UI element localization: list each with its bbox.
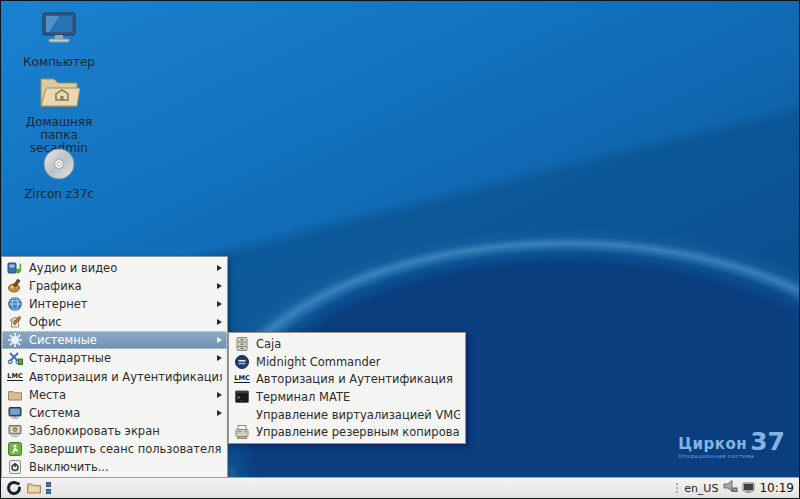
menu-item[interactable]: Графика [2,277,227,295]
lock-screen-icon [7,423,23,439]
menu-item-label: Системные [29,333,97,347]
submenu-arrow-icon [217,319,222,325]
backup-icon [234,424,250,440]
menu-item-label: Аудио и видео [29,261,117,275]
menu-item[interactable]: Выключить... [2,458,227,476]
menu-item-label: Caja [256,337,281,351]
menu-item-label: Авторизация и Аутентификация [29,370,222,384]
mc-icon [234,354,250,370]
shutdown-icon [7,459,23,475]
menu-item[interactable]: Стандартные [2,349,227,367]
icon-spacer [234,407,250,423]
menu-item[interactable]: Аудио и видео [2,259,227,277]
submenu-arrow-icon [217,410,222,416]
menu-item-label: Midnight Commander [256,355,381,369]
menu-item[interactable]: >_Терминал MATE [229,388,465,406]
desktop-root: КомпьютерДомашняя папка secadminZircon z… [0,0,800,499]
desktop-icon-cdrom[interactable]: Zircon z37c [13,147,105,201]
menu-item[interactable]: Управление резервным копированием Bpcgui [229,423,465,441]
menu-item[interactable]: Midnight Commander [229,353,465,371]
system-tools-icon [7,332,23,348]
volume-speaker-icon[interactable] [722,478,738,498]
menu-item[interactable]: LMCАвторизация и Аутентификация [229,370,465,388]
submenu-arrow-icon [217,301,222,307]
system-icon [7,405,23,421]
menu-item-label: Места [29,388,66,402]
submenu-arrow-icon [217,337,222,343]
home-folder-icon [38,73,80,113]
desktop-icon-home-folder[interactable]: Домашняя папка secadmin [13,73,105,155]
accessories-icon [7,350,23,366]
zircon-watermark: Циркон 37 Операционная система [678,432,785,459]
menu-item-label: Авторизация и Аутентификация [256,372,453,386]
clock[interactable]: 10:19 [759,481,796,495]
workspace-dots-icon[interactable] [46,482,51,494]
menu-item-label: Интернет [29,297,88,311]
desktop-icon-computer[interactable]: Компьютер [13,11,105,69]
submenu-arrow-icon [217,355,222,361]
terminal-icon: >_ [234,389,250,405]
menu-item-label: Заблокировать экран [29,424,160,438]
menu-item[interactable]: Системные [2,331,227,349]
menu-item-label: Система [29,406,80,420]
main-menu-button[interactable] [4,479,24,498]
submenu-arrow-icon [217,283,222,289]
watermark-number: 37 [750,432,785,452]
menu-item-label: Управление резервным копированием Bpcgui [256,425,460,439]
cdrom-icon [42,147,76,185]
menu-item-label: Терминал MATE [256,390,350,404]
logout-icon [7,441,23,457]
places-icon [7,387,23,403]
caja-icon [234,336,250,352]
menu-item[interactable]: Завершить сеанс пользователя secadmin... [2,440,227,458]
menu-item-label: Стандартные [29,351,111,365]
system-tools-submenu: CajaMidnight CommanderLMCАвторизация и А… [228,332,466,444]
menu-item-label: Завершить сеанс пользователя secadmin... [29,442,222,456]
menu-item-label: Графика [29,279,82,293]
graphics-icon [7,278,23,294]
menu-item[interactable]: Caja [229,335,465,353]
tray-monitor-icon[interactable] [742,479,755,498]
file-manager-launcher[interactable] [24,479,44,498]
desktop-icon-label: Zircon z37c [24,188,94,201]
menu-item[interactable]: Места [2,386,227,404]
submenu-arrow-icon [217,265,222,271]
desktop-icon-label: Компьютер [23,56,95,69]
menu-item[interactable]: Заблокировать экран [2,422,227,440]
menu-item[interactable]: Интернет [2,295,227,313]
tray-drag-handle-icon [674,483,680,493]
svg-text:>_: >_ [237,394,244,401]
menu-item[interactable]: Управление виртуализацией VMGUI [229,406,465,424]
audio-video-icon [7,260,23,276]
office-icon [7,314,23,330]
menu-item[interactable]: Офис [2,313,227,331]
computer-icon [39,11,79,53]
lmc-icon: LMC [7,369,23,385]
lmc-icon: LMC [234,371,250,387]
taskbar: en_US 10:19 [1,477,799,498]
menu-item[interactable]: Система [2,404,227,422]
menu-item-label: Выключить... [29,460,109,474]
menu-item-label: Офис [29,315,62,329]
internet-icon [7,296,23,312]
submenu-arrow-icon [217,392,222,398]
watermark-brand: Циркон [678,437,747,452]
applications-menu: Аудио и видеоГрафикаИнтернетОфисСистемны… [1,256,228,479]
menu-item-label: Управление виртуализацией VMGUI [256,408,460,422]
menu-item[interactable]: LMCАвторизация и Аутентификация [2,367,227,385]
keyboard-layout-indicator[interactable]: en_US [684,482,718,495]
